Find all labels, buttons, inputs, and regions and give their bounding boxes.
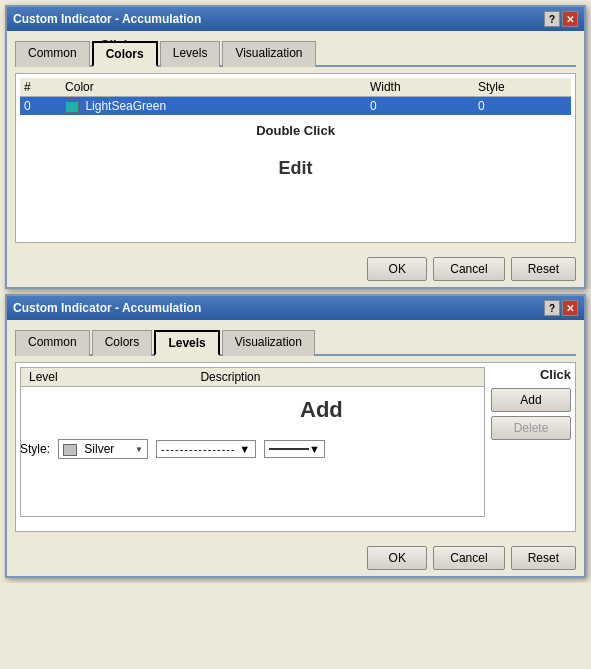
- levels-buttons: Click Add Delete: [491, 367, 571, 517]
- dialog1-title: Custom Indicator - Accumulation: [13, 12, 201, 26]
- delete-button[interactable]: Delete: [491, 416, 571, 440]
- close-button-1[interactable]: ✕: [562, 11, 578, 27]
- line-preview: [269, 448, 309, 450]
- line-dropdown-arrow: ▼: [309, 443, 320, 455]
- click-annotation-add: Click: [491, 367, 571, 382]
- close-button-2[interactable]: ✕: [562, 300, 578, 316]
- dash-select[interactable]: ---------------- ▼: [156, 440, 256, 458]
- tabs-1: Common Colors Levels Visualization: [15, 39, 576, 67]
- row-style: 0: [474, 97, 571, 116]
- help-button-2[interactable]: ?: [544, 300, 560, 316]
- dialog2: Custom Indicator - Accumulation ? ✕ Clic…: [5, 294, 586, 578]
- col-header-index: #: [20, 78, 61, 97]
- color-swatch: [65, 101, 79, 113]
- tab-visualization-1[interactable]: Visualization: [222, 41, 315, 67]
- line-select[interactable]: ▼: [264, 440, 325, 458]
- level-col-level: Level: [21, 368, 192, 387]
- ok-button-1[interactable]: OK: [367, 257, 427, 281]
- tab-colors-1[interactable]: Colors: [92, 41, 158, 67]
- tab-colors-2[interactable]: Colors: [92, 330, 153, 356]
- level-col-description: Description: [192, 368, 484, 387]
- tab-common-2[interactable]: Common: [15, 330, 90, 356]
- color-swatch-silver: [63, 444, 77, 456]
- col-header-width: Width: [366, 78, 474, 97]
- row-color: LightSeaGreen: [61, 97, 366, 116]
- colors-table: # Color Width Style 0 LightSeaGreen 0: [20, 78, 571, 115]
- edit-annotation: Edit: [20, 138, 571, 199]
- color-dropdown-arrow: ▼: [135, 445, 143, 454]
- ok-button-2[interactable]: OK: [367, 546, 427, 570]
- col-header-style: Style: [474, 78, 571, 97]
- style-label: Style:: [20, 442, 50, 456]
- double-click-annotation: Double Click: [20, 123, 571, 138]
- color-row-0[interactable]: 0 LightSeaGreen 0 0: [20, 97, 571, 116]
- dialog1-body: Click Common Colors Levels Visualization…: [7, 31, 584, 251]
- cancel-button-2[interactable]: Cancel: [433, 546, 504, 570]
- tab-levels-2[interactable]: Levels: [154, 330, 219, 356]
- tab-content-levels: Level Description Click Add: [15, 362, 576, 532]
- color-select[interactable]: Silver ▼: [58, 439, 148, 459]
- titlebar-controls-1: ? ✕: [544, 11, 578, 27]
- col-header-color: Color: [61, 78, 366, 97]
- dialog1: Custom Indicator - Accumulation ? ✕ Clic…: [5, 5, 586, 289]
- dash-dropdown-arrow: ▼: [239, 443, 251, 455]
- dialog2-title: Custom Indicator - Accumulation: [13, 301, 201, 315]
- levels-table: Level Description: [21, 368, 484, 387]
- dialog2-body: Click Common Colors Levels Visualization…: [7, 320, 584, 540]
- cancel-button-1[interactable]: Cancel: [433, 257, 504, 281]
- tabs-2: Common Colors Levels Visualization: [15, 328, 576, 356]
- titlebar-controls-2: ? ✕: [544, 300, 578, 316]
- reset-button-2[interactable]: Reset: [511, 546, 576, 570]
- dialog1-titlebar: Custom Indicator - Accumulation ? ✕: [7, 7, 584, 31]
- tab-common-1[interactable]: Common: [15, 41, 90, 67]
- dialog1-footer: OK Cancel Reset: [7, 251, 584, 287]
- row-index: 0: [20, 97, 61, 116]
- help-button-1[interactable]: ?: [544, 11, 560, 27]
- tab-visualization-2[interactable]: Visualization: [222, 330, 315, 356]
- dialog2-titlebar: Custom Indicator - Accumulation ? ✕: [7, 296, 584, 320]
- add-button[interactable]: Add: [491, 388, 571, 412]
- dialog2-footer: OK Cancel Reset: [7, 540, 584, 576]
- row-width: 0: [366, 97, 474, 116]
- tab-levels-1[interactable]: Levels: [160, 41, 221, 67]
- reset-button-1[interactable]: Reset: [511, 257, 576, 281]
- tab-content-colors: # Color Width Style 0 LightSeaGreen 0: [15, 73, 576, 243]
